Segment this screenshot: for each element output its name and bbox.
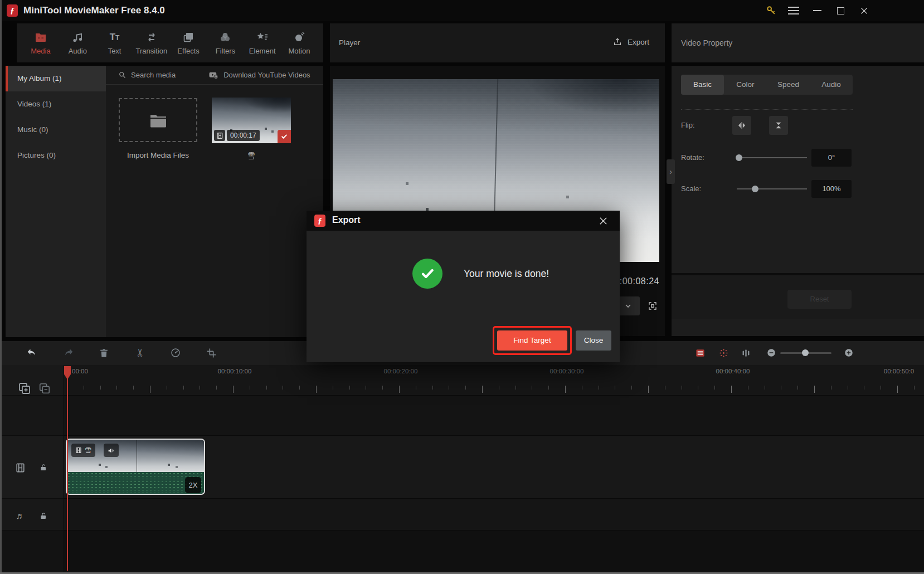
sidebar-item-pictures[interactable]: Pictures (0) [6, 143, 106, 168]
import-media-dropzone[interactable] [119, 98, 197, 142]
timeline-zoom-slider[interactable] [780, 352, 831, 354]
rotate-slider[interactable] [737, 157, 807, 158]
ruler-label: 00:00:10:00 [218, 368, 252, 374]
sidebar-item-music[interactable]: Music (0) [6, 117, 106, 143]
tab-speed[interactable]: Speed [767, 75, 810, 95]
dialog-close-button[interactable]: Close [576, 330, 611, 351]
license-key-icon[interactable] [760, 0, 782, 21]
tab-filters[interactable]: Filters [207, 23, 244, 62]
add-track-icon[interactable] [18, 382, 31, 395]
ruler-label: 00:00:50:0 [884, 368, 914, 374]
flip-label: Flip: [681, 121, 695, 129]
tab-label: Motion [288, 47, 310, 55]
scale-slider[interactable] [737, 188, 807, 189]
zoom-in-icon[interactable] [843, 347, 855, 359]
app-window: ƒ MiniTool MovieMaker Free 8.4.0 Media A… [0, 0, 924, 574]
tab-audio[interactable]: Audio [59, 23, 96, 62]
media-library-panel: Search media Download YouTube Videos 00:… [106, 66, 323, 337]
ruler-ticks [0, 386, 924, 393]
scale-value[interactable]: 100% [811, 180, 852, 198]
tab-element[interactable]: Element [244, 23, 281, 62]
panel-collapse-handle[interactable]: › [667, 159, 675, 184]
tab-motion[interactable]: Motion [281, 23, 318, 62]
element-star-icon [256, 31, 269, 44]
redo-icon[interactable] [62, 347, 74, 359]
video-track-icon [15, 463, 26, 473]
find-target-button[interactable]: Find Target [497, 330, 567, 351]
window-left-edge [0, 0, 2, 574]
media-clip-thumbnail[interactable]: 00:00:17 [212, 98, 291, 143]
export-dialog: ƒ Export Your movie is done! Find Target… [307, 211, 620, 362]
overlay-track-lane[interactable] [0, 396, 924, 436]
minimize-button[interactable] [806, 0, 828, 21]
tab-label: Audio [69, 47, 87, 55]
dialog-close-icon[interactable] [593, 211, 613, 231]
motion-icon [293, 31, 306, 44]
tab-audio[interactable]: Audio [810, 75, 853, 95]
separator [681, 109, 853, 110]
crop-icon[interactable] [205, 347, 217, 359]
music-track-lane[interactable] [0, 499, 924, 531]
timeline-zoom-thumb[interactable] [802, 349, 809, 356]
scale-slider-thumb[interactable] [752, 186, 758, 192]
scale-label: Scale: [681, 184, 701, 193]
ruler-label: 00:00:30:00 [550, 368, 584, 374]
export-dialog-title: Export [332, 215, 361, 225]
import-media-label: Import Media Files [119, 151, 197, 161]
export-upload-icon [612, 37, 623, 47]
rotate-value[interactable]: 0° [811, 149, 852, 167]
clip-frame-seam [137, 440, 137, 472]
minitool-logo-icon: ƒ [7, 4, 18, 17]
success-check-icon [412, 259, 442, 289]
fullscreen-icon[interactable] [645, 299, 660, 313]
media-folder-icon [34, 31, 47, 44]
sidebar-item-videos[interactable]: Videos (1) [6, 91, 106, 117]
tab-label: Element [249, 47, 276, 55]
tab-label: Text [108, 47, 121, 55]
marker-burst-icon[interactable] [717, 347, 730, 359]
track-manager-icon[interactable] [694, 347, 706, 359]
tab-transition[interactable]: Transition [133, 23, 170, 62]
player-title: Player [339, 38, 360, 47]
sidebar-item-my-album[interactable]: My Album (1) [6, 66, 106, 91]
tab-color[interactable]: Color [724, 75, 767, 95]
tab-label: Transition [136, 47, 168, 55]
media-library-header: Search media Download YouTube Videos [106, 66, 323, 85]
download-youtube[interactable]: Download YouTube Videos [208, 70, 310, 80]
effects-squares-icon [182, 31, 195, 44]
tab-media[interactable]: Media [22, 23, 59, 62]
flip-horizontal-button[interactable] [732, 116, 751, 135]
split-scissors-icon[interactable]: ✂ [134, 347, 146, 359]
player-header: Player Export [330, 23, 665, 62]
clip-audio-chip [104, 444, 119, 457]
tab-text[interactable]: TT Text [96, 23, 133, 62]
speed-icon[interactable] [169, 347, 182, 359]
search-icon [118, 71, 127, 79]
ruler-label: 00:00 [72, 368, 88, 374]
delete-icon[interactable] [98, 347, 110, 359]
flip-vertical-button[interactable] [769, 116, 788, 135]
music-track-lock-icon[interactable] [38, 511, 48, 521]
clip-selected-check-icon [278, 130, 291, 143]
thumbnail-detail-dots [212, 98, 213, 99]
titlebar: ƒ MiniTool MovieMaker Free 8.4.0 [0, 0, 924, 21]
audio-levels-icon[interactable] [740, 347, 752, 359]
rotate-slider-thumb[interactable] [736, 154, 742, 161]
video-track-lock-icon[interactable] [38, 463, 48, 473]
menu-icon[interactable] [782, 0, 805, 21]
undo-icon[interactable] [26, 347, 38, 359]
playhead-line[interactable] [67, 366, 68, 571]
tab-basic[interactable]: Basic [681, 75, 724, 95]
search-media[interactable]: Search media [118, 71, 176, 79]
reset-button[interactable]: Reset [787, 290, 852, 309]
remove-track-icon[interactable] [38, 382, 51, 395]
youtube-download-icon [208, 70, 219, 80]
property-tabs: Basic Color Speed Audio [681, 75, 853, 95]
quality-dropdown[interactable] [616, 296, 640, 315]
close-button[interactable] [853, 0, 875, 21]
maximize-button[interactable] [829, 0, 852, 21]
zoom-out-icon[interactable] [765, 347, 777, 359]
tab-effects[interactable]: Effects [170, 23, 207, 62]
export-button[interactable]: Export [612, 37, 649, 47]
timeline-video-clip[interactable]: 雪 2X [66, 439, 205, 495]
